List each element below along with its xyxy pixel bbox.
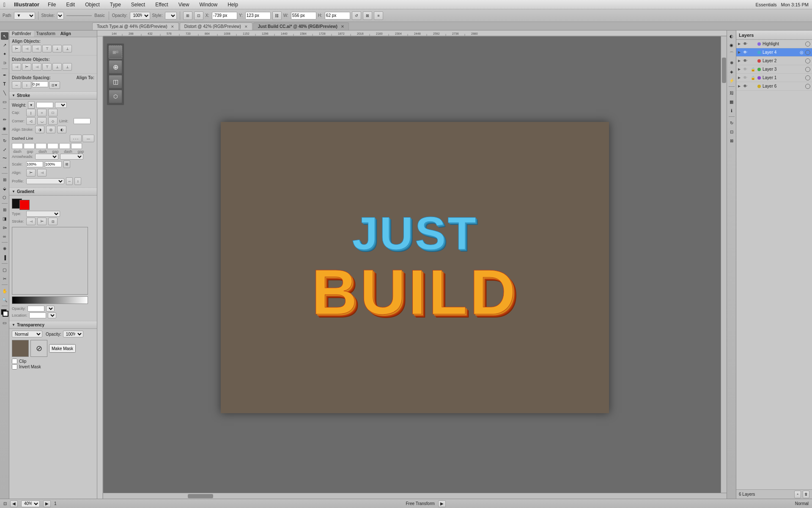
layer-2-lock[interactable] [750, 58, 756, 64]
eyedropper-tool[interactable]: ⌲ [1, 224, 8, 231]
gs-btn1[interactable]: ⊣ [26, 218, 36, 225]
corner-bevel-btn[interactable]: ◇ [48, 117, 58, 125]
transform-icon[interactable]: ⊞ [183, 11, 192, 20]
drawing-mode[interactable]: ▭ [1, 319, 8, 326]
path-select[interactable]: ▼ [14, 12, 35, 19]
layer-item-2[interactable]: ▶ 👁 Layer 2 [736, 57, 812, 65]
dist-left-btn[interactable]: ⊣ [12, 63, 21, 71]
layer-5-lock[interactable] [750, 83, 756, 89]
add-layer-btn[interactable]: + [794, 491, 801, 498]
menu-view[interactable]: View [177, 2, 191, 8]
layer-3-expand[interactable]: ▶ [738, 67, 741, 71]
tab-2-close[interactable]: ✕ [341, 25, 344, 29]
dist-center-v-btn[interactable]: ⊥ [52, 63, 62, 71]
lasso-tool[interactable]: ⊃ [1, 59, 8, 66]
scale-start-input[interactable] [26, 161, 43, 167]
swatches-icon[interactable]: ▦ [728, 98, 735, 105]
weight-unit[interactable] [55, 102, 67, 108]
canvas-tool-select[interactable]: ⊞⊡ [109, 45, 122, 59]
appearance-icon[interactable]: ◉ [728, 41, 735, 49]
dash-2-input[interactable] [36, 143, 47, 149]
gradient-location-input[interactable] [29, 312, 46, 318]
more-icon[interactable]: ≡ [374, 11, 383, 20]
pathfinder-r-icon[interactable]: ⊠ [728, 137, 735, 144]
gap-3-input[interactable] [71, 143, 82, 149]
layer-4-eye[interactable]: 👁 [742, 75, 748, 81]
align-inside-btn[interactable]: ◑ [35, 126, 44, 133]
transparency-panel-header[interactable]: ▼ Transparency [9, 321, 97, 329]
menu-file[interactable]: File [46, 2, 58, 8]
transform2-icon[interactable]: ⊠ [363, 11, 372, 20]
layer-5-expand[interactable]: ▶ [738, 84, 741, 88]
layer-item-5[interactable]: ▶ 👁 Layer 6 [736, 82, 812, 91]
w-input[interactable] [291, 12, 316, 19]
mask-cancel-btn[interactable]: ⊘ [30, 340, 47, 357]
symbol-tool[interactable]: ❋ [1, 245, 8, 252]
gradient-bg-swatch[interactable] [19, 200, 30, 210]
slice-tool[interactable]: ✂ [1, 275, 8, 282]
apple-menu[interactable]:  [3, 1, 5, 8]
nav-right-btn[interactable]: ▶ [43, 500, 51, 507]
essentials-btn[interactable]: Essentials [755, 2, 776, 7]
mode-arrow-btn[interactable]: ▶ [438, 500, 446, 507]
gradient-tool[interactable]: ◨ [1, 215, 8, 222]
canvas-area[interactable]: 144 288 432 576 720 864 1008 1152 1296 1… [97, 30, 727, 499]
layer-0-lock[interactable] [750, 41, 756, 47]
menu-type[interactable]: Type [108, 2, 123, 8]
gap-1-input[interactable] [24, 143, 35, 149]
cap-butt-btn[interactable]: | [26, 109, 36, 116]
artboard-tool[interactable]: ▢ [1, 266, 8, 273]
dist-h-space-btn[interactable]: ↔ [12, 81, 21, 89]
dash-1-input[interactable] [12, 143, 23, 149]
align-center-s-btn[interactable]: ◎ [46, 126, 55, 133]
layer-2-expand[interactable]: ▶ [738, 59, 741, 63]
magic-wand-tool[interactable]: ✦ [1, 50, 8, 58]
align-top-btn[interactable]: ⊤ [42, 45, 52, 52]
dist-top-btn[interactable]: ⊤ [42, 63, 52, 71]
artboard[interactable]: JUST BUILD [221, 122, 609, 413]
type-tool[interactable]: T [1, 80, 8, 88]
profile-flip-btn[interactable]: ↔ [66, 177, 73, 185]
gradient-type-select[interactable] [26, 211, 60, 217]
profile-flip2-btn[interactable]: ↕ [74, 177, 81, 185]
layer-0-eye[interactable]: 👁 [742, 41, 748, 47]
pencil-tool[interactable]: ✏ [1, 116, 8, 123]
cap-round-btn[interactable]: ○ [37, 109, 47, 116]
gradient-picker[interactable] [12, 227, 88, 295]
info-icon[interactable]: ℹ [728, 107, 735, 114]
perspective-tool[interactable]: ⬡ [1, 193, 8, 201]
blend-tool[interactable]: ∞ [1, 232, 8, 240]
align-center-h-btn[interactable]: ⊣ [22, 45, 31, 52]
canvas-tool-transform[interactable]: ⊕ [109, 60, 122, 74]
gs-btn3[interactable]: ⊡ [48, 218, 58, 225]
direct-select-tool[interactable]: ↗ [1, 41, 8, 49]
layer-1-target-btn[interactable]: ◎ [800, 50, 804, 55]
align-a-btn1[interactable]: ⊢ [26, 169, 36, 177]
layer-item-0[interactable]: ▶ 👁 Highlight [736, 40, 812, 48]
scroll-thumb[interactable] [188, 494, 213, 498]
rect-tool[interactable]: ▭ [1, 98, 8, 105]
transform-tab[interactable]: Transform [34, 30, 58, 37]
gradient-panel-header[interactable]: ▼ Gradient [9, 188, 97, 196]
selection-tool[interactable]: ↖ [1, 32, 8, 40]
layer-4-lock[interactable]: 🔒 [750, 75, 756, 81]
align-right-btn[interactable]: ⊣ [32, 45, 41, 52]
align-outside-btn[interactable]: ◐ [57, 126, 66, 133]
dist-bottom-btn[interactable]: ⊥ [63, 63, 72, 71]
tab-1-close[interactable]: ✕ [244, 25, 248, 29]
tab-0[interactable]: Touch Type.ai @ 44% (RGB/Preview) ✕ [92, 22, 179, 30]
line-tool[interactable]: ╲ [1, 89, 8, 97]
layer-3-eye[interactable]: 👁 [742, 66, 748, 72]
layer-3-lock[interactable]: 🔒 [750, 66, 756, 72]
graphic-styles-icon[interactable]: ◈ [728, 68, 735, 75]
zoom-select[interactable]: 40% [21, 500, 40, 507]
brushes-icon[interactable]: ⌒ [728, 50, 735, 58]
tab-0-close[interactable]: ✕ [171, 25, 174, 29]
arrow-end-select[interactable] [60, 154, 83, 160]
align-tab[interactable]: Align [58, 30, 74, 37]
live-paint-tool[interactable]: ⬙ [1, 185, 8, 192]
stroke-panel-header[interactable]: ▼ Stroke [9, 92, 97, 99]
layer-5-eye[interactable]: 👁 [742, 83, 748, 89]
layer-1-expand[interactable]: ▶ [738, 50, 741, 54]
corner-miter-btn[interactable]: ◁ [26, 117, 36, 125]
